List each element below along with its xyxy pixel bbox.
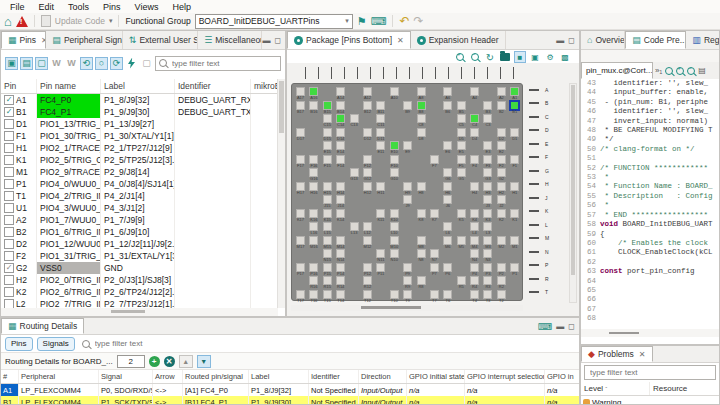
pins-table-row[interactable]: A2PIO1_7/WUU0_I...P1_7/J9[9]	[1, 214, 278, 226]
rotate-icon[interactable]: ↻	[484, 51, 496, 63]
bga-pin[interactable]	[511, 237, 518, 244]
bga-pin[interactable]	[364, 237, 371, 244]
bga-pin[interactable]	[444, 169, 451, 176]
add-route-button[interactable]: +	[149, 356, 160, 367]
bga-pin[interactable]	[364, 183, 371, 190]
bga-pin[interactable]	[484, 156, 491, 163]
pins-table-row[interactable]: P1PIO4_0/WUU0_I...P4_0/J8[4]/SJ14[1]	[1, 178, 278, 190]
bga-pin[interactable]	[364, 223, 371, 230]
bga-pin[interactable]	[431, 210, 438, 217]
bga-pin[interactable]	[471, 264, 478, 271]
bga-pin[interactable]	[458, 156, 465, 163]
bga-pin[interactable]	[391, 156, 398, 163]
bga-pin[interactable]	[377, 102, 384, 109]
bga-pin[interactable]	[418, 183, 425, 190]
col-mikrobus[interactable]: mikroBUS(TM	[251, 79, 278, 93]
export-image-icon[interactable]	[499, 51, 511, 63]
bga-pin[interactable]	[310, 264, 317, 271]
pins-filter-input[interactable]	[170, 58, 277, 69]
bga-pin[interactable]	[444, 196, 451, 203]
bga-pin[interactable]	[498, 142, 505, 149]
col-number[interactable]: #	[1, 370, 19, 383]
pins-toggle-button[interactable]: Pins	[5, 337, 33, 351]
tab-pin-mux-file[interactable]: pin_mux.c@Cort...	[581, 62, 653, 79]
pins-table-row[interactable]: H2PIO2_0/TRIG_IN...P2_0/J3[1]/SJ8[3]	[1, 274, 278, 286]
bga-pin[interactable]	[391, 210, 398, 217]
bga-pin[interactable]	[498, 196, 505, 203]
gpio-in-cell[interactable]: n/a	[545, 396, 579, 405]
view-mode-2-button[interactable]: ▤	[20, 57, 33, 70]
bga-pin[interactable]	[364, 291, 371, 298]
bga-pin[interactable]	[511, 183, 518, 190]
tab-peripheral-signals[interactable]: ▤ Peripheral Signals	[46, 31, 122, 49]
menu-edit[interactable]: Edit	[32, 2, 62, 12]
configured-pin[interactable]	[337, 115, 344, 122]
bga-pin[interactable]	[324, 142, 331, 149]
flash-icon[interactable]	[125, 57, 138, 70]
bga-pin[interactable]	[337, 156, 344, 163]
col-peripheral[interactable]: Peripheral	[19, 370, 99, 383]
bga-pin[interactable]	[324, 196, 331, 203]
col-routed-pin[interactable]: Routed pin/signal	[183, 370, 249, 383]
bga-pin[interactable]	[498, 210, 505, 217]
configured-pin[interactable]	[511, 88, 518, 95]
tab-package[interactable]: Package [Pins Bottom] ✕	[287, 31, 411, 49]
bga-pin[interactable]	[484, 264, 491, 271]
pin-checkbox[interactable]	[4, 239, 14, 249]
pin-checkbox[interactable]	[4, 179, 14, 189]
col-gpio-in[interactable]: GPIO in	[545, 370, 579, 383]
bga-pin[interactable]	[431, 250, 438, 257]
bga-pin[interactable]	[418, 250, 425, 257]
col-gpio-initial-state[interactable]: GPIO initial state	[407, 370, 465, 383]
pins-table-row[interactable]: T1PIO4_2/TRIG_IN...P4_2/J1[4]	[1, 190, 278, 202]
bga-pin[interactable]	[364, 169, 371, 176]
bga-pin[interactable]	[310, 156, 317, 163]
bga-pin[interactable]	[324, 291, 331, 298]
bga-pin[interactable]	[377, 142, 384, 149]
settings-gear-icon[interactable]: ⚙	[544, 51, 556, 63]
conflicts-filter-icon[interactable]: ▢	[140, 57, 153, 70]
gpio-interrupt-cell[interactable]: n/a	[465, 396, 545, 405]
bga-pin[interactable]	[297, 237, 304, 244]
bga-pin[interactable]	[391, 250, 398, 257]
bga-pin[interactable]	[418, 115, 425, 122]
bga-pin[interactable]	[458, 210, 465, 217]
redo-icon[interactable]: ↷	[414, 16, 424, 26]
col-level[interactable]: Levelˇ	[581, 382, 650, 395]
bga-pin[interactable]	[471, 88, 478, 95]
bga-pin[interactable]	[404, 183, 411, 190]
pins-horizontal-scrollbar[interactable]	[1, 308, 278, 316]
undo-icon[interactable]: ↶	[399, 16, 409, 26]
bga-pin[interactable]	[404, 264, 411, 271]
bga-pin[interactable]	[498, 237, 505, 244]
bga-pin[interactable]	[337, 196, 344, 203]
package-vertical-scrollbar[interactable]	[569, 83, 577, 303]
bga-pin[interactable]	[337, 250, 344, 257]
pin-checkbox[interactable]	[4, 215, 14, 225]
bga-pin[interactable]	[324, 129, 331, 136]
bga-pin[interactable]	[444, 88, 451, 95]
close-icon[interactable]: ✕	[397, 36, 404, 45]
routing-count-field[interactable]: 2	[117, 355, 145, 368]
bga-pin[interactable]	[471, 223, 478, 230]
bga-pin[interactable]	[418, 129, 425, 136]
bga-pin[interactable]	[418, 277, 425, 284]
pins-table-row[interactable]: ✓A1FC4_P0P1_8/J9[32]DEBUG_UART_RX	[1, 94, 278, 106]
pins-table-row[interactable]: D1PIO1_13/TRIG_I...P1_13/J9[27]	[1, 118, 278, 130]
bga-pin[interactable]	[458, 102, 465, 109]
signals-toggle-button[interactable]: Signals	[37, 337, 75, 351]
show-power-pins-button[interactable]: W	[65, 57, 78, 70]
bga-pin[interactable]	[324, 264, 331, 271]
pins-table-row[interactable]: F1PIO1_30/TRIG_O...P1_30/XTAL/Y1[1]	[1, 130, 278, 142]
bga-pin[interactable]	[297, 291, 304, 298]
bga-pin[interactable]	[404, 102, 411, 109]
bga-pin[interactable]	[337, 264, 344, 271]
bga-pin[interactable]	[324, 250, 331, 257]
bga-pin[interactable]	[391, 237, 398, 244]
bga-pin[interactable]	[458, 277, 465, 284]
bga-pin[interactable]	[511, 129, 518, 136]
tab-overview[interactable]: ⌂ Overview	[581, 31, 625, 49]
tab-overflow-icon[interactable]: »₁	[655, 66, 662, 75]
bga-pin[interactable]	[484, 250, 491, 257]
bga-pin[interactable]	[310, 223, 317, 230]
